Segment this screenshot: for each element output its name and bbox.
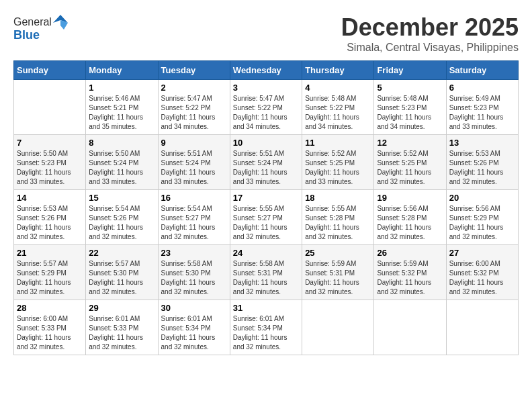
calendar-cell: 1Sunrise: 5:46 AM Sunset: 5:21 PM Daylig… bbox=[86, 80, 158, 135]
week-row-5: 28Sunrise: 6:00 AM Sunset: 5:33 PM Dayli… bbox=[14, 300, 519, 355]
day-number: 1 bbox=[89, 83, 154, 93]
day-number: 31 bbox=[233, 303, 299, 313]
week-row-2: 7Sunrise: 5:50 AM Sunset: 5:23 PM Daylig… bbox=[14, 135, 519, 190]
calendar-cell: 25Sunrise: 5:59 AM Sunset: 5:31 PM Dayli… bbox=[302, 245, 374, 300]
day-number: 21 bbox=[17, 248, 83, 258]
day-info: Sunrise: 5:49 AM Sunset: 5:23 PM Dayligh… bbox=[449, 94, 515, 132]
day-info: Sunrise: 5:58 AM Sunset: 5:31 PM Dayligh… bbox=[233, 259, 299, 297]
calendar-cell: 9Sunrise: 5:51 AM Sunset: 5:24 PM Daylig… bbox=[158, 135, 230, 190]
logo-general-text: General bbox=[13, 16, 52, 28]
day-info: Sunrise: 5:53 AM Sunset: 5:26 PM Dayligh… bbox=[449, 149, 515, 187]
weekday-header-sunday: Sunday bbox=[14, 61, 86, 80]
day-info: Sunrise: 5:59 AM Sunset: 5:32 PM Dayligh… bbox=[377, 259, 443, 297]
day-info: Sunrise: 5:56 AM Sunset: 5:28 PM Dayligh… bbox=[377, 204, 443, 242]
day-info: Sunrise: 5:52 AM Sunset: 5:25 PM Dayligh… bbox=[305, 149, 371, 187]
day-info: Sunrise: 5:51 AM Sunset: 5:24 PM Dayligh… bbox=[161, 149, 227, 187]
calendar-cell: 3Sunrise: 5:47 AM Sunset: 5:22 PM Daylig… bbox=[230, 80, 302, 135]
day-number: 6 bbox=[449, 83, 515, 93]
calendar-cell: 10Sunrise: 5:51 AM Sunset: 5:24 PM Dayli… bbox=[230, 135, 302, 190]
day-number: 3 bbox=[233, 83, 299, 93]
title-section: December 2025 Simala, Central Visayas, P… bbox=[341, 13, 519, 54]
calendar-cell: 11Sunrise: 5:52 AM Sunset: 5:25 PM Dayli… bbox=[302, 135, 374, 190]
week-row-1: 1Sunrise: 5:46 AM Sunset: 5:21 PM Daylig… bbox=[14, 80, 519, 135]
day-number: 2 bbox=[161, 83, 227, 93]
calendar-cell: 21Sunrise: 5:57 AM Sunset: 5:29 PM Dayli… bbox=[14, 245, 86, 300]
day-number: 8 bbox=[89, 138, 154, 148]
location-title: Simala, Central Visayas, Philippines bbox=[341, 42, 519, 54]
weekday-header-monday: Monday bbox=[86, 61, 158, 80]
calendar-cell: 14Sunrise: 5:53 AM Sunset: 5:26 PM Dayli… bbox=[14, 190, 86, 245]
calendar-cell: 30Sunrise: 6:01 AM Sunset: 5:34 PM Dayli… bbox=[158, 300, 230, 355]
weekday-header-wednesday: Wednesday bbox=[230, 61, 302, 80]
day-info: Sunrise: 5:54 AM Sunset: 5:26 PM Dayligh… bbox=[89, 204, 154, 242]
day-number: 15 bbox=[89, 193, 154, 203]
calendar-cell: 29Sunrise: 6:01 AM Sunset: 5:33 PM Dayli… bbox=[86, 300, 158, 355]
day-number: 28 bbox=[17, 303, 83, 313]
day-number: 22 bbox=[89, 248, 154, 258]
calendar-cell bbox=[446, 300, 518, 355]
calendar-cell bbox=[14, 80, 86, 135]
day-number: 7 bbox=[17, 138, 83, 148]
calendar-table: SundayMondayTuesdayWednesdayThursdayFrid… bbox=[13, 60, 519, 355]
day-info: Sunrise: 5:47 AM Sunset: 5:22 PM Dayligh… bbox=[161, 94, 227, 132]
calendar-cell: 20Sunrise: 5:56 AM Sunset: 5:29 PM Dayli… bbox=[446, 190, 518, 245]
day-number: 12 bbox=[377, 138, 443, 148]
day-info: Sunrise: 5:57 AM Sunset: 5:30 PM Dayligh… bbox=[89, 259, 154, 297]
day-number: 17 bbox=[233, 193, 299, 203]
calendar-cell: 7Sunrise: 5:50 AM Sunset: 5:23 PM Daylig… bbox=[14, 135, 86, 190]
weekday-header-friday: Friday bbox=[374, 61, 446, 80]
day-info: Sunrise: 5:48 AM Sunset: 5:23 PM Dayligh… bbox=[377, 94, 443, 132]
calendar-cell: 13Sunrise: 5:53 AM Sunset: 5:26 PM Dayli… bbox=[446, 135, 518, 190]
calendar-cell: 27Sunrise: 6:00 AM Sunset: 5:32 PM Dayli… bbox=[446, 245, 518, 300]
calendar-cell: 22Sunrise: 5:57 AM Sunset: 5:30 PM Dayli… bbox=[86, 245, 158, 300]
weekday-header-saturday: Saturday bbox=[446, 61, 518, 80]
calendar-cell: 2Sunrise: 5:47 AM Sunset: 5:22 PM Daylig… bbox=[158, 80, 230, 135]
day-info: Sunrise: 5:54 AM Sunset: 5:27 PM Dayligh… bbox=[161, 204, 227, 242]
day-number: 20 bbox=[449, 193, 515, 203]
day-info: Sunrise: 6:01 AM Sunset: 5:34 PM Dayligh… bbox=[161, 314, 227, 352]
day-number: 11 bbox=[305, 138, 371, 148]
day-info: Sunrise: 6:00 AM Sunset: 5:33 PM Dayligh… bbox=[17, 314, 83, 352]
day-number: 16 bbox=[161, 193, 227, 203]
calendar-cell bbox=[374, 300, 446, 355]
day-info: Sunrise: 5:55 AM Sunset: 5:28 PM Dayligh… bbox=[305, 204, 371, 242]
calendar-cell: 19Sunrise: 5:56 AM Sunset: 5:28 PM Dayli… bbox=[374, 190, 446, 245]
calendar-cell: 16Sunrise: 5:54 AM Sunset: 5:27 PM Dayli… bbox=[158, 190, 230, 245]
header: General Blue December 2025 Simala, Centr… bbox=[13, 13, 519, 54]
calendar-cell: 31Sunrise: 6:01 AM Sunset: 5:34 PM Dayli… bbox=[230, 300, 302, 355]
day-number: 10 bbox=[233, 138, 299, 148]
logo-bird-icon bbox=[53, 13, 68, 31]
calendar-cell: 12Sunrise: 5:52 AM Sunset: 5:25 PM Dayli… bbox=[374, 135, 446, 190]
calendar-cell: 24Sunrise: 5:58 AM Sunset: 5:31 PM Dayli… bbox=[230, 245, 302, 300]
day-number: 13 bbox=[449, 138, 515, 148]
day-number: 19 bbox=[377, 193, 443, 203]
calendar-cell bbox=[302, 300, 374, 355]
day-info: Sunrise: 5:55 AM Sunset: 5:27 PM Dayligh… bbox=[233, 204, 299, 242]
calendar-cell: 23Sunrise: 5:58 AM Sunset: 5:30 PM Dayli… bbox=[158, 245, 230, 300]
calendar-cell: 17Sunrise: 5:55 AM Sunset: 5:27 PM Dayli… bbox=[230, 190, 302, 245]
calendar-cell: 15Sunrise: 5:54 AM Sunset: 5:26 PM Dayli… bbox=[86, 190, 158, 245]
svg-marker-1 bbox=[60, 20, 68, 30]
day-info: Sunrise: 6:01 AM Sunset: 5:34 PM Dayligh… bbox=[233, 314, 299, 352]
weekday-header-row: SundayMondayTuesdayWednesdayThursdayFrid… bbox=[14, 61, 519, 80]
calendar-cell: 26Sunrise: 5:59 AM Sunset: 5:32 PM Dayli… bbox=[374, 245, 446, 300]
day-number: 23 bbox=[161, 248, 227, 258]
day-number: 25 bbox=[305, 248, 371, 258]
month-title: December 2025 bbox=[341, 13, 519, 42]
calendar-cell: 18Sunrise: 5:55 AM Sunset: 5:28 PM Dayli… bbox=[302, 190, 374, 245]
weekday-header-thursday: Thursday bbox=[302, 61, 374, 80]
day-info: Sunrise: 5:46 AM Sunset: 5:21 PM Dayligh… bbox=[89, 94, 154, 132]
day-info: Sunrise: 5:57 AM Sunset: 5:29 PM Dayligh… bbox=[17, 259, 83, 297]
day-number: 27 bbox=[449, 248, 515, 258]
day-info: Sunrise: 5:52 AM Sunset: 5:25 PM Dayligh… bbox=[377, 149, 443, 187]
day-number: 24 bbox=[233, 248, 299, 258]
day-number: 14 bbox=[17, 193, 83, 203]
day-info: Sunrise: 5:56 AM Sunset: 5:29 PM Dayligh… bbox=[449, 204, 515, 242]
week-row-4: 21Sunrise: 5:57 AM Sunset: 5:29 PM Dayli… bbox=[14, 245, 519, 300]
day-info: Sunrise: 5:47 AM Sunset: 5:22 PM Dayligh… bbox=[233, 94, 299, 132]
day-number: 30 bbox=[161, 303, 227, 313]
calendar-cell: 4Sunrise: 5:48 AM Sunset: 5:22 PM Daylig… bbox=[302, 80, 374, 135]
day-number: 9 bbox=[161, 138, 227, 148]
calendar-cell: 8Sunrise: 5:50 AM Sunset: 5:24 PM Daylig… bbox=[86, 135, 158, 190]
day-info: Sunrise: 5:50 AM Sunset: 5:23 PM Dayligh… bbox=[17, 149, 83, 187]
